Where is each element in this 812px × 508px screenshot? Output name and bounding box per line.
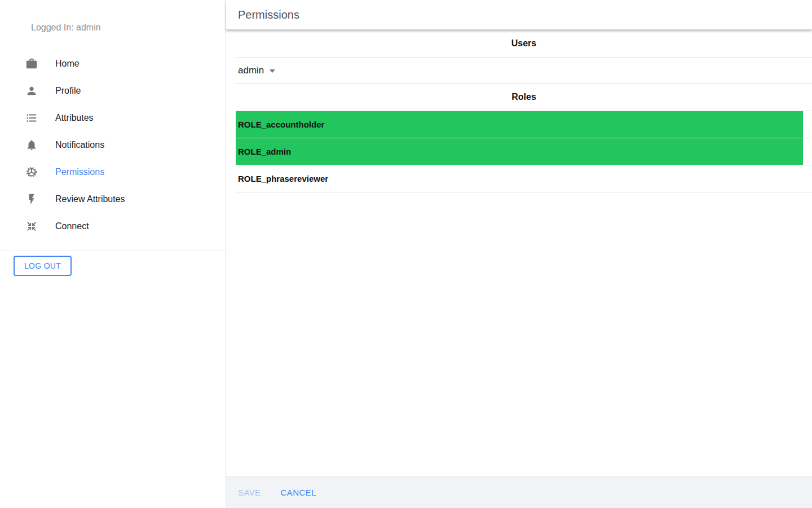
save-button[interactable]: SAVE [238, 488, 261, 497]
roles-heading: Roles [236, 84, 812, 111]
sidebar-item-notifications[interactable]: Notifications [0, 132, 226, 159]
chevron-down-icon [270, 69, 275, 73]
collapse-icon [25, 220, 38, 233]
role-item[interactable]: ROLE_admin [236, 138, 803, 165]
selected-user-label: admin [238, 65, 264, 76]
logout-button[interactable]: LOG OUT [14, 256, 72, 276]
sidebar-divider [0, 251, 226, 251]
sidebar-item-label: Connect [55, 221, 89, 231]
sidebar-item-label: Review Attributes [55, 194, 125, 204]
sidebar-nav: Home Profile Attributes Notifications Pe… [0, 50, 226, 240]
sidebar-item-permissions[interactable]: Permissions [0, 159, 226, 186]
role-item[interactable]: ROLE_phrasereviewer [236, 165, 803, 192]
person-icon [25, 84, 38, 98]
table-row: ROLE_admin [236, 138, 812, 165]
page-title: Permissions [238, 8, 299, 21]
work-icon [25, 57, 38, 71]
sidebar-item-connect[interactable]: Connect [0, 213, 226, 240]
users-heading: Users [236, 30, 812, 58]
sidebar-item-label: Profile [55, 86, 81, 96]
sidebar: Logged In: admin Home Profile Attributes… [0, 0, 226, 508]
main-content: Permissions Users admin Roles ROLE_accou… [226, 0, 812, 508]
gear-icon [25, 165, 38, 179]
user-select[interactable]: admin [236, 58, 812, 84]
action-bar: SAVE CANCEL [226, 476, 812, 508]
sidebar-item-home[interactable]: Home [0, 50, 226, 77]
role-item[interactable]: ROLE_accountholder [236, 111, 803, 138]
page-header: Permissions [226, 0, 812, 30]
bolt-icon [25, 192, 38, 206]
sidebar-item-label: Permissions [55, 167, 104, 177]
permissions-panel: Users admin Roles ROLE_accountholder ROL… [226, 30, 812, 476]
sidebar-item-review-attributes[interactable]: Review Attributes [0, 186, 226, 213]
logged-in-label: Logged In: admin [31, 23, 226, 33]
app-root: Logged In: admin Home Profile Attributes… [0, 0, 812, 508]
bell-icon [25, 138, 38, 152]
table-row: ROLE_phrasereviewer [236, 165, 812, 192]
sidebar-item-label: Attributes [55, 113, 94, 123]
sidebar-item-attributes[interactable]: Attributes [0, 104, 226, 132]
table-row: ROLE_accountholder [236, 111, 812, 138]
roles-list: ROLE_accountholder ROLE_admin ROLE_phras… [236, 111, 812, 192]
cancel-button[interactable]: CANCEL [281, 488, 316, 497]
sidebar-item-label: Notifications [55, 140, 104, 150]
list-icon [25, 111, 38, 125]
sidebar-item-label: Home [55, 59, 80, 69]
sidebar-item-profile[interactable]: Profile [0, 77, 226, 104]
